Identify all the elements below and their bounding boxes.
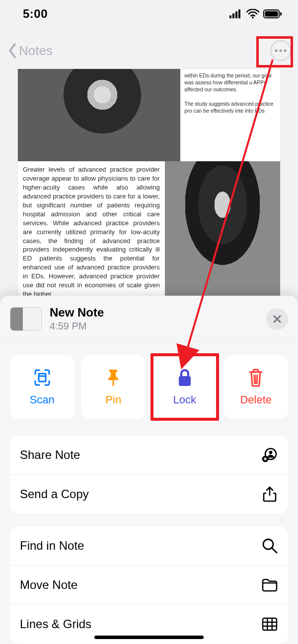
back-button[interactable]: Notes: [8, 43, 53, 59]
svg-point-9: [279, 49, 282, 52]
lock-icon: [176, 368, 193, 387]
lines-grids-label: Lines & Grids: [20, 617, 91, 631]
scanned-photo-bottom: [165, 161, 280, 297]
pin-icon: [104, 368, 122, 387]
nav-header: Notes: [0, 36, 298, 65]
status-time: 5:00: [23, 7, 48, 21]
share-note-label: Share Note: [20, 448, 80, 462]
collaborate-icon: [261, 447, 278, 463]
battery-icon: [263, 9, 282, 18]
sheet-title: New Note: [50, 306, 104, 320]
find-in-note-label: Find in Note: [20, 539, 84, 553]
sheet-header: New Note 4:59 PM: [0, 296, 298, 342]
action-sheet: New Note 4:59 PM Scan Pin Lock: [0, 296, 298, 644]
svg-rect-6: [265, 11, 278, 17]
status-bar: 5:00: [0, 0, 298, 28]
menu-group-1: Share Note Send a Copy: [10, 436, 288, 514]
svg-rect-11: [39, 374, 46, 382]
trash-icon: [247, 368, 264, 387]
svg-rect-7: [280, 12, 282, 16]
more-button[interactable]: [270, 40, 291, 61]
grid-icon: [261, 616, 278, 633]
svg-rect-1: [232, 13, 234, 18]
scan-icon: [32, 368, 52, 387]
svg-point-19: [269, 451, 273, 454]
note-scanned-image: within EDs during the period, our goal w…: [17, 68, 281, 297]
svg-point-8: [275, 49, 277, 52]
back-label: Notes: [19, 43, 53, 59]
svg-rect-14: [179, 376, 191, 386]
lock-action[interactable]: Lock: [152, 355, 217, 419]
svg-rect-26: [263, 618, 277, 630]
search-icon: [261, 537, 278, 554]
pin-label: Pin: [105, 393, 121, 406]
status-indicators: [229, 9, 282, 19]
menu-group-2: Find in Note Move Note Lines & Grids: [10, 526, 288, 644]
ellipsis-icon: [275, 49, 287, 52]
cellular-icon: [229, 9, 242, 18]
close-icon: [272, 314, 282, 324]
move-note-label: Move Note: [20, 578, 77, 592]
send-copy-item[interactable]: Send a Copy: [10, 474, 288, 514]
wifi-icon: [246, 9, 259, 19]
svg-rect-3: [238, 9, 240, 18]
svg-line-24: [272, 548, 277, 553]
lock-label: Lock: [173, 393, 196, 406]
pin-action[interactable]: Pin: [81, 355, 146, 419]
move-note-item[interactable]: Move Note: [10, 565, 288, 604]
home-indicator[interactable]: [94, 636, 204, 639]
share-icon: [261, 486, 278, 503]
chevron-left-icon: [8, 43, 18, 59]
svg-point-4: [252, 16, 254, 18]
delete-label: Delete: [240, 393, 272, 406]
note-thumbnail: [10, 307, 42, 331]
close-button[interactable]: [266, 308, 288, 330]
scanned-photo-top: [18, 69, 180, 161]
action-row: Scan Pin Lock Delete: [0, 342, 298, 430]
svg-line-17: [257, 375, 258, 384]
send-copy-label: Send a Copy: [20, 487, 89, 501]
svg-rect-13: [113, 380, 114, 386]
scan-action[interactable]: Scan: [10, 355, 74, 419]
scanned-text-bottom: Greater levels of advanced practice prov…: [18, 161, 165, 297]
folder-icon: [261, 577, 278, 593]
svg-rect-0: [229, 15, 231, 18]
svg-rect-2: [235, 11, 237, 18]
svg-point-23: [263, 539, 273, 549]
svg-point-10: [284, 49, 286, 52]
find-in-note-item[interactable]: Find in Note: [10, 526, 288, 565]
sheet-time: 4:59 PM: [50, 321, 104, 332]
delete-action[interactable]: Delete: [224, 355, 289, 419]
svg-line-15: [254, 375, 255, 384]
scanned-text-top: within EDs during the period, our goal w…: [180, 69, 280, 161]
scan-label: Scan: [30, 393, 55, 406]
share-note-item[interactable]: Share Note: [10, 436, 288, 474]
